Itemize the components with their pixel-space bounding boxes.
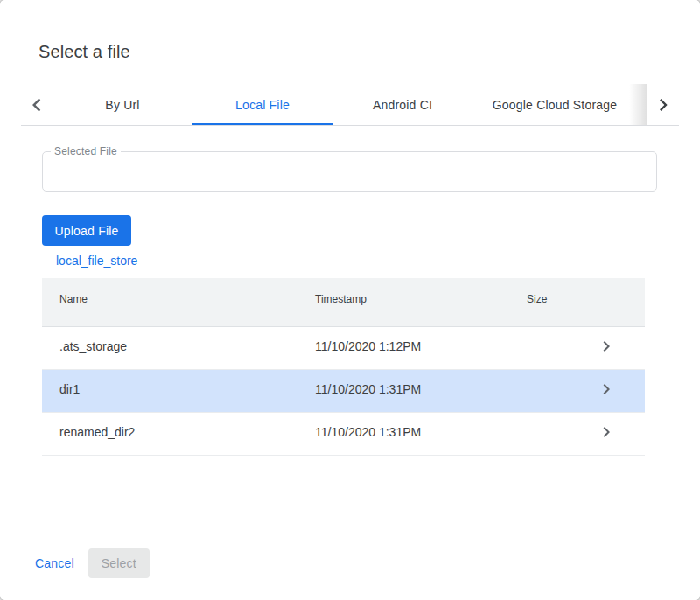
table-row[interactable]: renamed_dir2 11/10/2020 1:31PM [42,413,645,456]
tab-list: By Url Local File Android CI Google Clou… [52,84,637,125]
chevron-right-icon [596,336,617,357]
selected-file-field: Selected File [42,151,657,192]
cell-actions[interactable] [596,422,645,443]
cell-name: .ats_storage [42,339,298,353]
column-header-name: Name [42,293,298,305]
table-header-row: Name Timestamp Size [42,278,645,327]
select-button[interactable]: Select [88,548,150,578]
cell-actions[interactable] [596,379,645,400]
selected-file-input[interactable] [53,156,646,187]
chevron-left-icon [24,92,50,118]
dialog-title: Select a file [38,43,130,60]
select-file-dialog: Select a file By Url Local File Android … [0,0,700,600]
column-header-size: Size [509,293,596,305]
dialog-actions: Cancel Select [21,548,150,578]
tab-label: Local File [235,98,290,112]
cell-name: dir1 [42,382,298,396]
cell-timestamp: 11/10/2020 1:31PM [298,425,509,439]
file-table: Name Timestamp Size .ats_storage 11/10/2… [42,278,645,456]
tab-label: Google Cloud Storage [493,98,618,112]
tab-google-cloud-storage[interactable]: Google Cloud Storage [472,84,637,125]
chevron-right-icon [596,379,617,400]
column-header-timestamp: Timestamp [298,293,509,305]
upload-file-button[interactable]: Upload File [42,215,131,246]
tab-label: By Url [105,98,139,112]
table-row[interactable]: dir1 11/10/2020 1:31PM [42,370,645,413]
cancel-button[interactable]: Cancel [21,548,88,578]
cell-actions[interactable] [596,336,645,357]
tab-label: Android CI [373,98,432,112]
tabs-scroll-left-button[interactable] [21,84,52,126]
cell-name: renamed_dir2 [42,425,298,439]
cell-timestamp: 11/10/2020 1:31PM [298,382,509,396]
tabs-scroll-right-button[interactable] [647,84,679,125]
tab-local-file[interactable]: Local File [192,84,332,125]
local-file-store-link[interactable]: local_file_store [56,254,137,268]
tab-bar: By Url Local File Android CI Google Clou… [21,84,679,126]
table-row[interactable]: .ats_storage 11/10/2020 1:12PM [42,327,645,370]
chevron-right-icon [651,93,676,117]
tabs-scroll-shadow [629,84,647,125]
chevron-right-icon [596,422,617,443]
cell-timestamp: 11/10/2020 1:12PM [298,339,509,353]
tab-android-ci[interactable]: Android CI [332,84,472,125]
tab-by-url[interactable]: By Url [52,84,192,125]
